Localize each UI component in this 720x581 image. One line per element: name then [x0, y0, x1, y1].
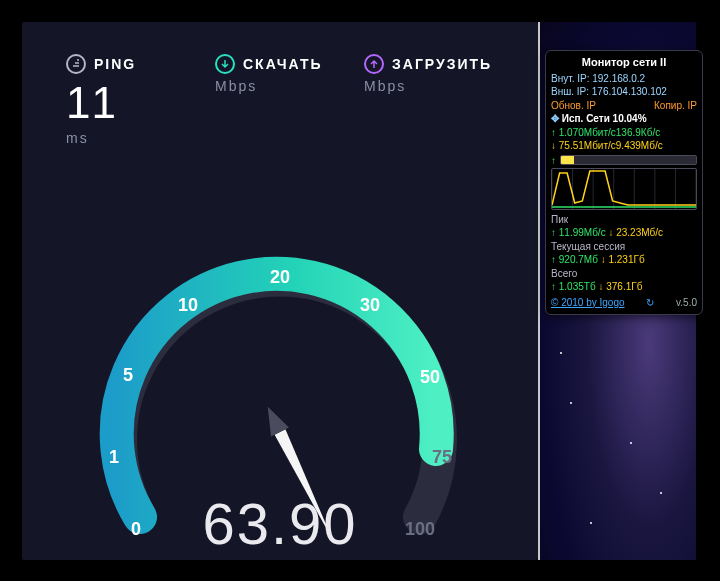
credit-link[interactable]: © 2010 by Igogo — [551, 296, 625, 310]
tick-20: 20 — [270, 267, 290, 288]
usage-bar — [560, 155, 697, 165]
tick-0: 0 — [131, 519, 141, 540]
session-row: ↑ 920.7Мб ↓ 1.231Гб — [551, 253, 697, 267]
download-label: СКАЧАТЬ — [243, 56, 323, 72]
ping-label: PING — [94, 56, 136, 72]
ping-unit: ms — [66, 130, 196, 146]
version-text: v.5.0 — [676, 296, 697, 310]
ping-icon — [66, 54, 86, 74]
metric-upload: ЗАГРУЗИТЬ Mbps — [364, 54, 494, 146]
ping-value: 11 — [66, 78, 196, 128]
speedtest-panel: PING 11 ms СКАЧАТЬ Mbps — [22, 22, 538, 560]
network-monitor-gadget[interactable]: Монитор сети II Внут. IP: 192.168.0.2 Вн… — [545, 50, 703, 315]
peak-row: ↑ 11.99Мб/с ↓ 23.23Мб/с — [551, 226, 697, 240]
tick-30: 30 — [360, 295, 380, 316]
rate-dn-row: ↓ 75.51Мбит/с9.439Мб/с — [551, 139, 697, 153]
tick-100: 100 — [405, 519, 435, 540]
traffic-graph — [551, 168, 697, 210]
external-ip-row: Внш. IP: 176.104.130.102 — [551, 85, 697, 99]
gadget-title: Монитор сети II — [551, 55, 697, 70]
gauge-result: 63.90 — [202, 490, 357, 557]
metric-ping: PING 11 ms — [66, 54, 196, 146]
tick-10: 10 — [178, 295, 198, 316]
refresh-icon[interactable]: ↻ — [646, 296, 654, 310]
usage-row: ✥ Исп. Сети 10.04% — [551, 112, 697, 126]
session-label: Текущая сессия — [551, 240, 697, 254]
copy-ip-link[interactable]: Копир. IP — [654, 99, 697, 113]
upload-icon — [364, 54, 384, 74]
download-icon — [215, 54, 235, 74]
speed-gauge: 0 1 5 10 20 30 50 75 100 63.90 — [70, 217, 490, 557]
tick-1: 1 — [109, 447, 119, 468]
download-unit: Mbps — [215, 78, 345, 94]
rate-up-row: ↑ 1.070Мбит/с136.9Кб/с — [551, 126, 697, 140]
tick-50: 50 — [420, 367, 440, 388]
upload-unit: Mbps — [364, 78, 494, 94]
progress-row: ↑ — [551, 153, 697, 168]
desktop-area: Монитор сети II Внут. IP: 192.168.0.2 Вн… — [538, 22, 696, 560]
peak-label: Пик — [551, 213, 697, 227]
total-label: Всего — [551, 267, 697, 281]
tick-5: 5 — [123, 365, 133, 386]
internal-ip-row: Внут. IP: 192.168.0.2 — [551, 72, 697, 86]
metric-download: СКАЧАТЬ Mbps — [215, 54, 345, 146]
tick-75: 75 — [432, 447, 452, 468]
refresh-ip-link[interactable]: Обнов. IP — [551, 99, 596, 113]
upload-label: ЗАГРУЗИТЬ — [392, 56, 492, 72]
total-row: ↑ 1.035Тб ↓ 376.1Гб — [551, 280, 697, 294]
